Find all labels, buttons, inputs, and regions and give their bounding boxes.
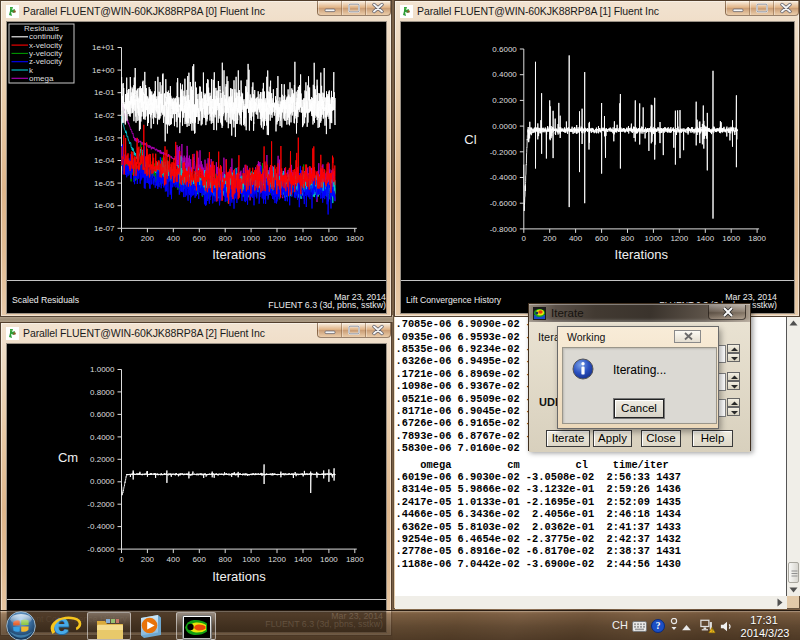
svg-text:200: 200 [141, 555, 155, 564]
svg-text:1e-07: 1e-07 [94, 224, 115, 233]
svg-text:0.8000: 0.8000 [90, 388, 115, 397]
svg-text:1000: 1000 [645, 234, 663, 243]
svg-text:0.6000: 0.6000 [492, 45, 517, 54]
svg-text:600: 600 [193, 234, 207, 243]
svg-text:600: 600 [193, 555, 207, 564]
svg-text:-0.2000: -0.2000 [87, 500, 115, 509]
svg-text:1000: 1000 [242, 234, 260, 243]
svg-text:1200: 1200 [268, 234, 286, 243]
svg-text:400: 400 [569, 234, 583, 243]
svg-text:1000: 1000 [242, 555, 260, 564]
svg-text:Cl: Cl [464, 132, 476, 147]
svg-text:1600: 1600 [722, 234, 740, 243]
svg-text:1e+00: 1e+00 [92, 66, 115, 75]
svg-text:1800: 1800 [748, 234, 766, 243]
svg-text:1e+01: 1e+01 [92, 43, 115, 52]
svg-text:400: 400 [167, 234, 181, 243]
svg-text:-0.6000: -0.6000 [87, 545, 115, 554]
svg-text:1e-06: 1e-06 [94, 201, 115, 210]
svg-text:1800: 1800 [346, 234, 364, 243]
svg-text:600: 600 [595, 234, 609, 243]
svg-text:-0.6000: -0.6000 [490, 199, 518, 208]
svg-text:Iterations: Iterations [212, 247, 266, 262]
svg-text:0: 0 [119, 234, 124, 243]
svg-text:1e-05: 1e-05 [94, 179, 115, 188]
svg-text:1e-04: 1e-04 [94, 156, 115, 165]
svg-text:800: 800 [621, 234, 635, 243]
svg-text:1800: 1800 [346, 555, 364, 564]
svg-text:800: 800 [219, 234, 233, 243]
svg-text:400: 400 [167, 555, 181, 564]
svg-text:200: 200 [543, 234, 557, 243]
svg-text:0.6000: 0.6000 [90, 410, 115, 419]
svg-text:Cm: Cm [58, 450, 78, 465]
svg-text:0: 0 [119, 555, 124, 564]
svg-text:-0.4000: -0.4000 [87, 522, 115, 531]
svg-text:omega: omega [29, 74, 54, 83]
svg-text:800: 800 [219, 555, 233, 564]
svg-text:1600: 1600 [320, 234, 338, 243]
svg-text:1400: 1400 [294, 234, 312, 243]
svg-text:-0.8000: -0.8000 [490, 225, 518, 234]
svg-text:1.0000: 1.0000 [90, 365, 115, 374]
svg-text:0.4000: 0.4000 [492, 70, 517, 79]
svg-text:1400: 1400 [294, 555, 312, 564]
svg-text:?: ? [656, 621, 661, 631]
svg-text:-0.2000: -0.2000 [490, 148, 518, 157]
svg-text:-0.4000: -0.4000 [490, 173, 518, 182]
svg-text:1400: 1400 [696, 234, 714, 243]
svg-text:z-velocity: z-velocity [29, 57, 62, 66]
svg-text:1e-03: 1e-03 [94, 134, 115, 143]
svg-text:1200: 1200 [268, 555, 286, 564]
svg-text:0.4000: 0.4000 [90, 433, 115, 442]
svg-text:1200: 1200 [670, 234, 688, 243]
svg-text:Iterations: Iterations [212, 569, 266, 584]
svg-text:Iterations: Iterations [615, 247, 669, 262]
svg-text:1e-02: 1e-02 [94, 111, 115, 120]
svg-text:0.2000: 0.2000 [492, 96, 517, 105]
svg-text:0.0000: 0.0000 [492, 122, 517, 131]
svg-text:0.2000: 0.2000 [90, 455, 115, 464]
svg-text:0: 0 [522, 234, 527, 243]
svg-text:1e-01: 1e-01 [94, 88, 115, 97]
svg-text:1600: 1600 [320, 555, 338, 564]
svg-text:200: 200 [141, 234, 155, 243]
svg-text:0.0000: 0.0000 [90, 477, 115, 486]
